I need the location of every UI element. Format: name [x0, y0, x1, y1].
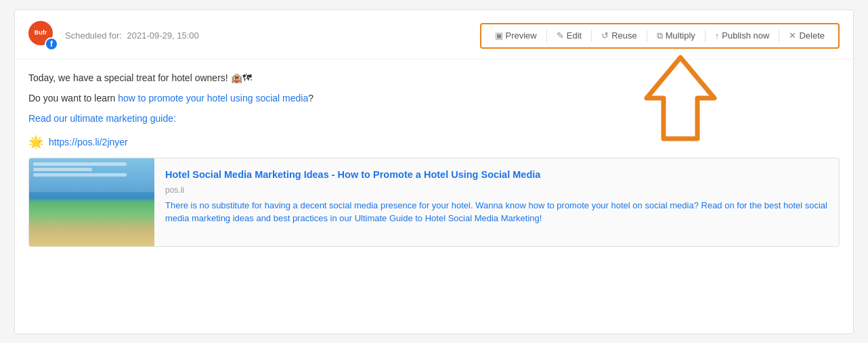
guide-link[interactable]: Read our ultimate marketing guide: — [28, 113, 176, 124]
action-bar: ▣ Preview ✎ Edit ↺ Reuse ⧉ Multiply ↑ Pu… — [480, 23, 840, 49]
svg-marker-0 — [647, 58, 714, 139]
avatar: Bufr f — [28, 21, 58, 51]
promo-link[interactable]: how to promote your hotel using social m… — [118, 93, 308, 104]
publish-now-button[interactable]: ↑ Publish now — [708, 27, 777, 44]
overlay-line-2 — [33, 168, 92, 171]
preview-image-overlay — [29, 158, 154, 192]
link-preview: Hotel Social Media Marketing Ideas - How… — [28, 158, 840, 247]
divider-5 — [779, 30, 779, 42]
preview-icon: ▣ — [495, 30, 503, 41]
edit-icon: ✎ — [557, 30, 564, 41]
divider-4 — [705, 30, 706, 42]
link-preview-domain: pos.li — [165, 185, 828, 195]
reuse-button[interactable]: ↺ Reuse — [594, 27, 644, 44]
facebook-badge: f — [45, 37, 58, 51]
url-link[interactable]: https://pos.li/2jnyer — [49, 137, 128, 147]
card-body: Today, we have a special treat for hotel… — [15, 60, 853, 258]
arrow-annotation — [640, 54, 721, 142]
link-preview-content: Hotel Social Media Marketing Ideas - How… — [154, 158, 839, 246]
edit-button[interactable]: ✎ Edit — [550, 27, 588, 44]
post-card: Bufr f Scheduled for: 2021-09-29, 15:00 … — [14, 9, 854, 334]
multiply-icon: ⧉ — [657, 30, 663, 41]
header-left: Bufr f Scheduled for: 2021-09-29, 15:00 — [28, 21, 199, 51]
divider-3 — [647, 30, 647, 42]
divider-1 — [546, 30, 547, 42]
card-header: Bufr f Scheduled for: 2021-09-29, 15:00 … — [15, 10, 853, 60]
delete-button[interactable]: ✕ Delete — [782, 27, 831, 44]
multiply-button[interactable]: ⧉ Multiply — [650, 27, 702, 45]
link-preview-description: There is no substitute for having a dece… — [165, 199, 828, 225]
reuse-icon: ↺ — [601, 30, 609, 41]
link-preview-title: Hotel Social Media Marketing Ideas - How… — [165, 168, 828, 181]
sun-icon: 🌟 — [28, 135, 43, 150]
delete-icon: ✕ — [789, 30, 796, 41]
link-preview-image — [29, 158, 154, 246]
overlay-line-3 — [33, 173, 127, 177]
preview-button[interactable]: ▣ Preview — [488, 27, 544, 44]
divider-2 — [591, 30, 592, 42]
scheduled-label: Scheduled for: 2021-09-29, 15:00 — [65, 30, 199, 41]
overlay-line-1 — [33, 162, 127, 166]
publish-icon: ↑ — [715, 30, 720, 41]
